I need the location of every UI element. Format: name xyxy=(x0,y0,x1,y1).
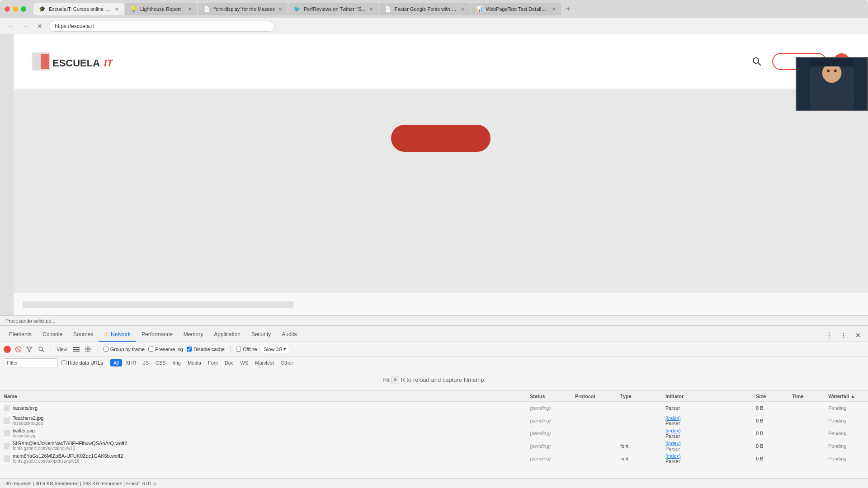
filter-type-all[interactable]: All xyxy=(110,359,122,366)
tab-6[interactable]: 📊 WebPageTest Test Details - L... ✕ xyxy=(471,3,561,15)
row-3-initiator-link[interactable]: (index) xyxy=(665,428,681,433)
offline-label: Offline xyxy=(243,347,257,352)
filter-type-xhr[interactable]: XHR xyxy=(123,359,139,366)
col-header-protocol[interactable]: Protocol xyxy=(575,394,620,399)
row-5-path: fonts.gstatic.com/s/opensans/v16 xyxy=(13,459,123,464)
list-view-button[interactable] xyxy=(72,345,80,353)
tab-3[interactable]: 📄 'font-display' for the Masses ✕ xyxy=(198,3,288,15)
svg-rect-19 xyxy=(73,347,80,348)
maximize-button[interactable] xyxy=(21,6,26,12)
row-3-filename: twitter.svg xyxy=(13,428,35,433)
filter-types: All XHR JS CSS Img Media Font Doc WS Man… xyxy=(110,359,297,366)
reload-button[interactable]: ✕ xyxy=(34,21,45,32)
row-4-initiator-link[interactable]: (index) xyxy=(665,441,681,446)
devtools-tab-performance[interactable]: Performance xyxy=(136,328,178,342)
preserve-log-checkbox[interactable]: Preserve log xyxy=(148,347,183,352)
grid-view-icon xyxy=(85,347,91,352)
row-5-size: 0 B xyxy=(756,456,792,461)
tab-2[interactable]: 💡 Lighthouse Report ✕ xyxy=(125,3,197,15)
svg-rect-15 xyxy=(797,58,810,111)
row-5-initiator-link[interactable]: (index) xyxy=(665,453,681,459)
col-header-time[interactable]: Time xyxy=(792,394,828,399)
col-header-waterfall[interactable]: Waterfall ▲ xyxy=(828,394,864,399)
tab-close-3[interactable]: ✕ xyxy=(278,7,282,12)
table-row: twitter.svg /assets/svg (pending) (index… xyxy=(0,427,868,440)
row-5-type: font xyxy=(620,456,665,461)
filter-type-ws[interactable]: WS xyxy=(237,359,251,366)
tab-4[interactable]: 🐦 PerfReviews on Twitter: 'S... ✕ xyxy=(288,3,378,15)
throttle-dropdown[interactable]: Slow 3G ▾ xyxy=(261,345,290,353)
status-text: Procesando solicitud... xyxy=(5,318,56,324)
filter-type-font[interactable]: Font xyxy=(205,359,221,366)
svg-marker-2 xyxy=(41,54,49,69)
filter-icon-button[interactable] xyxy=(25,345,33,353)
col-header-type[interactable]: Type xyxy=(620,394,665,399)
filter-type-manifest[interactable]: Manifest xyxy=(252,359,277,366)
close-button[interactable] xyxy=(5,6,10,12)
group-by-frame-checkbox[interactable]: Group by frame xyxy=(104,347,145,352)
grid-view-button[interactable] xyxy=(84,345,92,353)
forward-button[interactable]: → xyxy=(20,21,31,32)
tab-favicon-2: 💡 xyxy=(130,6,137,12)
chevron-down-icon: ▾ xyxy=(283,346,286,352)
col-header-name[interactable]: Name xyxy=(4,394,530,399)
disable-cache-checkbox[interactable]: Disable cache xyxy=(187,347,225,352)
url-bar[interactable]: https://escuela.it xyxy=(49,21,275,32)
filmstrip-hint: Hit ⌘ R to reload and capture filmstrip. xyxy=(0,369,868,391)
tab-title-5: Faster Google Fonts with Pre... xyxy=(395,6,457,12)
row-icon-1 xyxy=(4,405,10,411)
record-button[interactable] xyxy=(4,346,11,353)
row-4-type: font xyxy=(620,443,665,449)
filter-type-doc[interactable]: Doc xyxy=(222,359,237,366)
col-header-status[interactable]: Status xyxy=(530,394,575,399)
tab-1[interactable]: 🎓 EscuelaIT: Cursos online de D... ✕ xyxy=(33,3,124,15)
tab-close-4[interactable]: ✕ xyxy=(369,7,373,12)
tab-close-5[interactable]: ✕ xyxy=(461,7,464,12)
col-header-initiator[interactable]: Initiator xyxy=(665,394,756,399)
new-tab-button[interactable]: + xyxy=(562,3,575,15)
back-button[interactable]: ← xyxy=(5,21,16,32)
devtools-more-button[interactable]: ⋮ xyxy=(837,329,850,342)
devtools-tab-console[interactable]: Console xyxy=(37,328,68,342)
hero-button[interactable] xyxy=(391,125,491,152)
tab-5[interactable]: 📄 Faster Google Fonts with Pre... ✕ xyxy=(379,3,470,15)
row-5-name: mem6YaGs126MIZpBA-UFUK0Zdc1GAK6b.woff2 f… xyxy=(4,453,530,464)
tab-title-2: Lighthouse Report xyxy=(140,6,184,12)
devtools-tab-network[interactable]: ⚠ Network xyxy=(99,328,136,342)
tab-close-1[interactable]: ✕ xyxy=(115,7,118,12)
devtools-tab-security[interactable]: Security xyxy=(246,328,276,342)
tab-close-2[interactable]: ✕ xyxy=(188,7,192,12)
console-tab-label: Console xyxy=(42,331,62,338)
devtools-tab-sources[interactable]: Sources xyxy=(68,328,99,342)
site-logo: ESCUELA IT xyxy=(32,50,113,73)
list-view-icon xyxy=(73,347,80,352)
browser-status-bar: Procesando solicitud... xyxy=(0,315,868,325)
filter-input[interactable] xyxy=(4,358,58,367)
filter-type-img[interactable]: Img xyxy=(170,359,184,366)
row-5-status: (pending) xyxy=(530,456,575,461)
offline-checkbox[interactable]: Offline xyxy=(236,347,257,352)
col-header-size[interactable]: Size xyxy=(756,394,792,399)
tab-close-6[interactable]: ✕ xyxy=(552,7,556,12)
search-network-button[interactable] xyxy=(37,345,45,353)
devtools-tab-elements[interactable]: Elements xyxy=(4,328,37,342)
row-2-initiator-link[interactable]: (index) xyxy=(665,415,681,421)
minimize-button[interactable] xyxy=(13,6,18,12)
hide-data-urls-checkbox[interactable]: Hide data URLs xyxy=(61,360,103,366)
devtools-resize-handle[interactable]: ⋮ xyxy=(823,329,835,342)
svg-point-13 xyxy=(834,70,837,72)
devtools-close-button[interactable]: ✕ xyxy=(852,329,864,342)
filter-type-css[interactable]: CSS xyxy=(152,359,169,366)
devtools-tab-memory[interactable]: Memory xyxy=(178,328,208,342)
filter-type-other[interactable]: Other xyxy=(278,359,297,366)
clear-button[interactable]: 🚫 xyxy=(14,346,22,353)
devtools-tab-audits[interactable]: Audits xyxy=(276,328,302,342)
filter-type-js[interactable]: JS xyxy=(140,359,152,366)
filter-type-media[interactable]: Media xyxy=(184,359,204,366)
devtools-tab-application[interactable]: Application xyxy=(208,328,246,342)
page-wrapper: ESCUELA IT xyxy=(0,34,868,488)
row-3-path: /assets/svg xyxy=(13,433,35,438)
row-3-status: (pending) xyxy=(530,431,575,436)
webcam-video xyxy=(797,58,867,110)
site-search-button[interactable] xyxy=(749,53,765,70)
